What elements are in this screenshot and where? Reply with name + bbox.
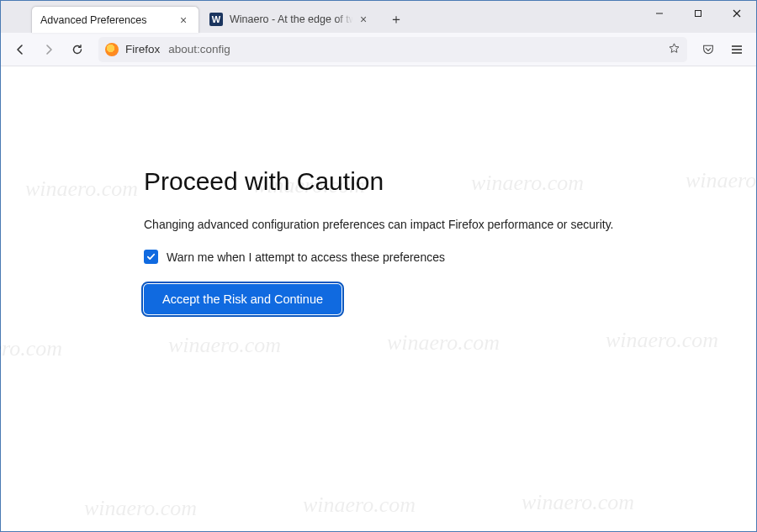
tab-winaero[interactable]: W Winaero - At the edge of tweak × [201, 6, 378, 33]
url-text: about:config [168, 43, 668, 55]
page-content: Proceed with Caution Changing advanced c… [1, 66, 756, 531]
tab-strip: Advanced Preferences × W Winaero - At th… [1, 1, 756, 33]
new-tab-button[interactable]: ＋ [384, 8, 408, 31]
warn-checkbox-row[interactable]: Warn me when I attempt to access these p… [144, 250, 756, 264]
window-close-button[interactable] [717, 1, 756, 26]
window-controls [640, 1, 756, 26]
maximize-button[interactable] [679, 1, 717, 26]
pocket-icon[interactable] [694, 35, 723, 64]
checkbox-icon[interactable] [144, 250, 158, 264]
identity-label: Firefox [125, 43, 160, 55]
forward-button[interactable] [34, 35, 63, 64]
tab-label: Winaero - At the edge of tweak [230, 13, 352, 25]
tab-label: Advanced Preferences [40, 14, 172, 26]
reload-button[interactable] [63, 35, 92, 64]
tabs-container: Advanced Preferences × W Winaero - At th… [1, 1, 408, 33]
checkbox-label: Warn me when I attempt to access these p… [167, 250, 445, 264]
back-button[interactable] [6, 35, 34, 64]
favicon-icon: W [209, 13, 223, 26]
tab-advanced-preferences[interactable]: Advanced Preferences × [31, 6, 199, 33]
page-title: Proceed with Caution [144, 167, 756, 196]
warning-description: Changing advanced configuration preferen… [144, 218, 756, 231]
bookmark-star-icon[interactable] [668, 42, 680, 57]
minimize-button[interactable] [640, 1, 679, 26]
accept-risk-button[interactable]: Accept the Risk and Continue [144, 284, 341, 314]
firefox-icon [105, 43, 119, 56]
browser-window: Advanced Preferences × W Winaero - At th… [0, 0, 757, 532]
address-bar[interactable]: Firefox about:config [98, 37, 687, 62]
navigation-toolbar: Firefox about:config [1, 33, 756, 66]
toolbar-right [694, 35, 751, 64]
app-menu-button[interactable] [723, 35, 751, 64]
close-icon[interactable]: × [357, 13, 369, 26]
svg-rect-1 [696, 11, 701, 17]
close-icon[interactable]: × [177, 13, 190, 27]
